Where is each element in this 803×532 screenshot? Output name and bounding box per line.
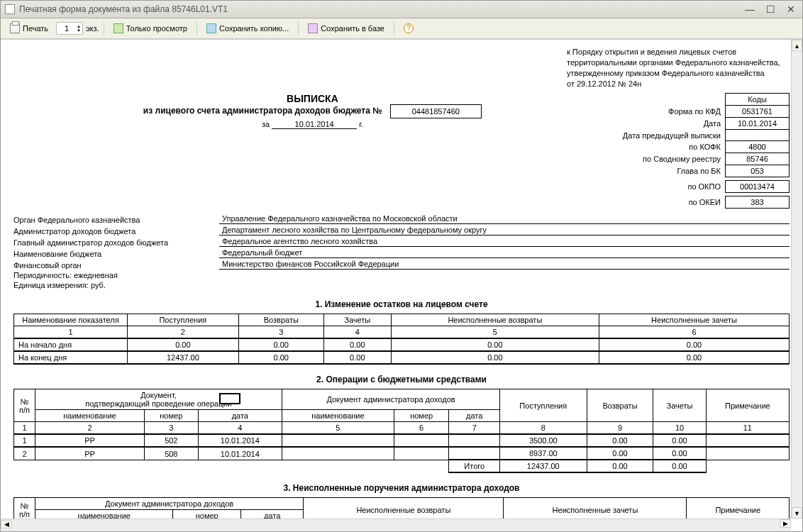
minimize-button[interactable]: — — [742, 4, 758, 15]
vertical-scrollbar[interactable]: ▲ ▼ — [791, 40, 802, 519]
selection-cursor — [219, 393, 240, 404]
help-icon: ? — [404, 23, 414, 33]
view-only-label: Только просмотр — [126, 24, 187, 33]
titlebar: Печатная форма документа из файла 85746L… — [1, 1, 802, 18]
print-icon — [10, 23, 20, 33]
copies-input[interactable] — [58, 23, 75, 33]
scroll-up-icon[interactable]: ▲ — [792, 40, 802, 51]
view-only-button[interactable]: Только просмотр — [109, 21, 192, 35]
regulation-note: к Порядку открытия и ведения лицевых сче… — [567, 47, 790, 89]
toolbar: Печать ▲▼ экз. Только просмотр Сохранить… — [1, 18, 802, 39]
app-window: Печатная форма документа из файла 85746L… — [0, 0, 803, 532]
info-block: Орган Федерального казначействаУправлени… — [13, 214, 790, 289]
table-icon — [113, 23, 123, 33]
window-controls: — ☐ ✕ — [742, 4, 798, 15]
document-viewport[interactable]: к Порядку открытия и ведения лицевых сче… — [1, 39, 802, 531]
save-copy-label: Сохранить копию... — [219, 24, 289, 33]
codes-table: Коды Форма по КФД0531761 Дата10.01.2014 … — [619, 93, 790, 209]
copies-spinner[interactable]: ▲▼ — [56, 22, 83, 35]
scroll-right-icon[interactable]: ▶ — [780, 519, 791, 528]
section3-title: 3. Неисполненные поручения администратор… — [13, 483, 790, 493]
horizontal-scrollbar[interactable]: ◀ ▶ — [1, 519, 791, 531]
diskette-icon — [206, 23, 216, 33]
print-button[interactable]: Печать — [5, 21, 53, 35]
window-title: Печатная форма документа из файла 85746L… — [19, 4, 742, 14]
section1-title: 1. Изменение остатков на лицевом счете — [13, 299, 790, 309]
scroll-left-icon[interactable]: ◀ — [1, 520, 12, 528]
section2-table: № п/п Документ, подтверждающий проведени… — [13, 389, 790, 473]
account-number: 04481857460 — [390, 104, 482, 118]
help-button[interactable]: ? — [399, 21, 419, 35]
statement-date: 10.01.2014 — [272, 120, 357, 129]
spinner-arrows[interactable]: ▲▼ — [77, 24, 81, 33]
section1-table: Наименование показателя Поступления Возв… — [13, 314, 790, 365]
database-icon — [308, 23, 318, 33]
section2-title: 2. Операции с бюджетными средствами — [13, 375, 790, 384]
document-icon — [5, 4, 15, 14]
scroll-down-icon[interactable]: ▼ — [792, 507, 802, 519]
doc-title: ВЫПИСКА — [13, 93, 611, 104]
copies-suffix: экз. — [86, 24, 99, 33]
save-copy-button[interactable]: Сохранить копию... — [201, 21, 294, 35]
maximize-button[interactable]: ☐ — [763, 4, 778, 15]
save-db-button[interactable]: Сохранить в базе — [303, 21, 389, 35]
save-db-label: Сохранить в базе — [321, 24, 384, 33]
print-label: Печать — [23, 24, 48, 33]
close-button[interactable]: ✕ — [784, 4, 798, 15]
doc-subtitle: из лицевого счета администратора доходов… — [143, 106, 382, 116]
document-body: к Порядку открытия и ведения лицевых сче… — [1, 40, 802, 531]
